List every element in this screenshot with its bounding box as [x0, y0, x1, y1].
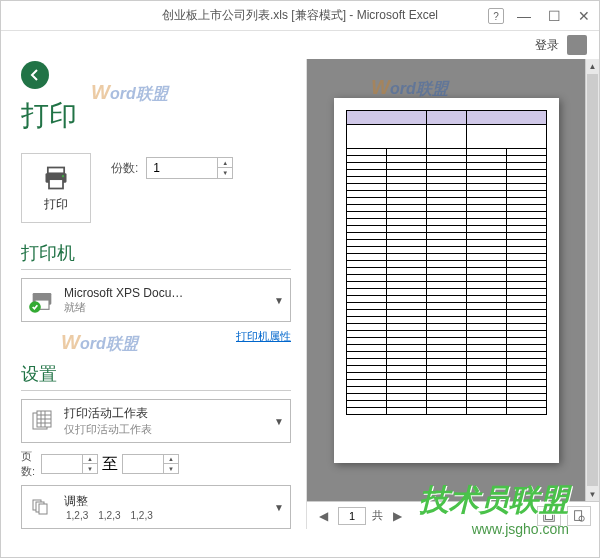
zoom-page-icon — [572, 509, 586, 523]
pages-to-input[interactable] — [123, 455, 163, 473]
zoom-to-page-button[interactable] — [567, 506, 591, 526]
maximize-button[interactable]: ☐ — [539, 1, 569, 31]
page-total-label: 共 — [372, 508, 383, 523]
svg-rect-16 — [39, 504, 47, 514]
pages-from-down[interactable]: ▼ — [83, 464, 97, 473]
chevron-down-icon: ▼ — [274, 416, 284, 427]
copies-spinner[interactable]: ▲ ▼ — [146, 157, 233, 179]
print-what-dropdown[interactable]: 打印活动工作表 仅打印活动工作表 ▼ — [21, 399, 291, 443]
chevron-down-icon: ▼ — [274, 502, 284, 513]
back-arrow-icon — [27, 67, 43, 83]
app-name: Microsoft Excel — [357, 8, 438, 22]
current-page-input[interactable] — [338, 507, 366, 525]
copies-up[interactable]: ▲ — [218, 158, 232, 168]
print-what-sub: 仅打印活动工作表 — [64, 422, 266, 437]
pages-from-spinner[interactable]: ▲▼ — [41, 454, 98, 474]
print-what-main: 打印活动工作表 — [64, 405, 266, 422]
filename: 创业板上市公司列表.xls — [162, 8, 288, 22]
preview-scrollbar-vertical[interactable]: ▲ ▼ — [585, 59, 599, 501]
svg-point-3 — [62, 175, 64, 177]
svg-rect-2 — [49, 179, 63, 188]
printer-status: 就绪 — [64, 300, 266, 315]
login-link[interactable]: 登录 — [535, 37, 559, 54]
scroll-thumb[interactable] — [587, 74, 598, 486]
pages-from-up[interactable]: ▲ — [83, 455, 97, 464]
page-title: 打印 — [21, 97, 291, 135]
print-button-label: 打印 — [44, 196, 68, 213]
avatar[interactable] — [567, 35, 587, 55]
svg-rect-22 — [546, 512, 553, 519]
chevron-down-icon: ▼ — [274, 295, 284, 306]
pages-to-label: 至 — [102, 454, 118, 475]
printer-name: Microsoft XPS Docu… — [64, 286, 266, 300]
print-button[interactable]: 打印 — [21, 153, 91, 223]
collate-main: 调整 — [64, 493, 266, 510]
pages-from-input[interactable] — [42, 455, 82, 473]
copies-label: 份数: — [111, 160, 138, 177]
settings-section-title: 设置 — [21, 362, 291, 386]
help-icon[interactable]: ? — [488, 8, 504, 24]
pages-to-down[interactable]: ▼ — [164, 464, 178, 473]
margins-icon — [542, 509, 556, 523]
collate-num: 1,2,3 — [129, 510, 155, 521]
collate-icon — [28, 493, 56, 521]
minimize-button[interactable]: — — [509, 1, 539, 31]
printer-status-icon — [28, 286, 56, 314]
print-preview: document.write(Array.from({length:38},()… — [307, 59, 585, 501]
pages-to-spinner[interactable]: ▲▼ — [122, 454, 179, 474]
next-page-button[interactable]: ▶ — [389, 509, 406, 523]
printer-section-title: 打印机 — [21, 241, 291, 265]
copies-input[interactable] — [147, 158, 217, 178]
svg-rect-23 — [575, 510, 582, 520]
scroll-up[interactable]: ▲ — [586, 59, 599, 73]
collate-num: 1,2,3 — [64, 510, 90, 521]
show-margins-button[interactable] — [537, 506, 561, 526]
printer-icon — [42, 164, 70, 192]
svg-rect-0 — [48, 167, 64, 173]
compat-mode: [兼容模式] — [291, 8, 346, 22]
collate-dropdown[interactable]: 调整 1,2,3 1,2,3 1,2,3 ▼ — [21, 485, 291, 529]
pages-to-up[interactable]: ▲ — [164, 455, 178, 464]
pages-label: 页数: — [21, 449, 37, 479]
scroll-down[interactable]: ▼ — [586, 487, 599, 501]
back-button[interactable] — [21, 61, 49, 89]
preview-page: document.write(Array.from({length:38},()… — [334, 98, 559, 463]
printer-properties-link[interactable]: 打印机属性 — [236, 330, 291, 342]
prev-page-button[interactable]: ◀ — [315, 509, 332, 523]
collate-num: 1,2,3 — [96, 510, 122, 521]
sheets-icon — [28, 407, 56, 435]
copies-down[interactable]: ▼ — [218, 168, 232, 178]
printer-dropdown[interactable]: Microsoft XPS Docu… 就绪 ▼ — [21, 278, 291, 322]
close-button[interactable]: ✕ — [569, 1, 599, 31]
